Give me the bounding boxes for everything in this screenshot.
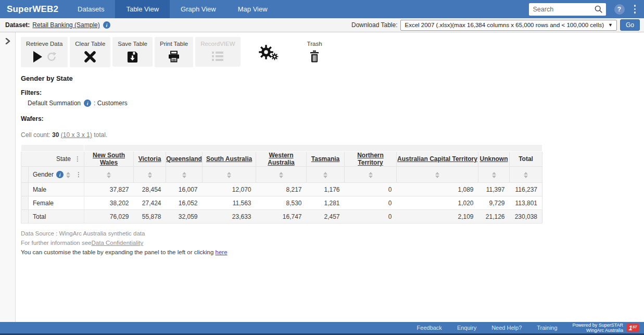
print-table-button[interactable]: Print Table bbox=[155, 37, 193, 67]
footer-link-enquiry[interactable]: Enquiry bbox=[457, 325, 476, 331]
trash-button[interactable]: Trash bbox=[302, 37, 327, 67]
column-header-south-australia[interactable]: South Australia bbox=[203, 152, 256, 167]
sort-arrows-icon[interactable] bbox=[369, 172, 373, 178]
sort-up-icon bbox=[227, 172, 231, 175]
column-header-tasmania[interactable]: Tasmania bbox=[307, 152, 345, 167]
sort-arrows-icon[interactable] bbox=[435, 172, 439, 178]
customise-note: You can customise the table by expanding… bbox=[21, 247, 644, 257]
column-header-label[interactable]: New South Wales bbox=[93, 152, 125, 166]
sort-up-icon bbox=[279, 172, 283, 175]
sort-arrows-icon[interactable] bbox=[148, 172, 152, 178]
state-label: State bbox=[56, 155, 71, 163]
search-box[interactable] bbox=[529, 3, 606, 16]
sort-up-icon bbox=[66, 172, 70, 175]
sort-up-icon bbox=[323, 172, 327, 175]
column-sort-cell-victoria[interactable] bbox=[134, 167, 166, 183]
column-header-label[interactable]: Western Australia bbox=[268, 152, 294, 166]
sort-down-icon bbox=[492, 176, 496, 178]
column-header-label[interactable]: South Australia bbox=[206, 155, 252, 163]
column-header-unknown[interactable]: Unknown bbox=[478, 152, 510, 167]
column-header-label[interactable]: Tasmania bbox=[311, 155, 339, 163]
column-header-label[interactable]: Queensland bbox=[166, 155, 202, 163]
value-cell: 16,007 bbox=[166, 183, 203, 196]
help-icon[interactable]: ? bbox=[614, 4, 625, 15]
state-menu-icon[interactable]: ⋮ bbox=[74, 155, 81, 163]
footer-link-need-help-[interactable]: Need Help? bbox=[491, 325, 522, 331]
cell-count-link[interactable]: (10 x 3 x 1) bbox=[61, 131, 92, 139]
bottom-bar: FeedbackEnquiryNeed Help?Training Powere… bbox=[0, 322, 644, 335]
column-sort-cell-total[interactable] bbox=[510, 167, 542, 183]
column-header-label[interactable]: Australian Capital Territory bbox=[397, 155, 477, 163]
sort-arrows-icon[interactable] bbox=[279, 172, 283, 178]
nav-item-graph-view[interactable]: Graph View bbox=[170, 0, 227, 18]
nav-item-map-view[interactable]: Map View bbox=[227, 0, 279, 18]
sort-arrows-icon[interactable] bbox=[107, 172, 111, 178]
clear-x-icon bbox=[84, 51, 96, 63]
column-field-strip bbox=[21, 145, 542, 152]
dataset-link[interactable]: Retail Banking (Sample) bbox=[32, 21, 99, 29]
menu-kebab-icon[interactable] bbox=[633, 4, 637, 15]
save-table-button[interactable]: Save Table bbox=[112, 37, 153, 67]
sort-down-icon bbox=[182, 176, 186, 178]
value-cell: 12,070 bbox=[203, 183, 256, 196]
expand-panel-chevron-icon[interactable] bbox=[5, 38, 10, 44]
nav-item-table-view[interactable]: Table View bbox=[115, 0, 170, 18]
column-header-label[interactable]: Unknown bbox=[480, 155, 508, 163]
column-sort-cell-south-australia[interactable] bbox=[203, 167, 256, 183]
column-sort-cell-queensland[interactable] bbox=[166, 167, 203, 183]
gender-info-icon[interactable]: i bbox=[56, 171, 64, 178]
column-header-queensland[interactable]: Queensland bbox=[166, 152, 203, 167]
column-header-northern-territory[interactable]: Northern Territory bbox=[345, 152, 397, 167]
sort-arrows-icon[interactable] bbox=[524, 172, 528, 178]
column-sort-cell-australian-capital-territory[interactable] bbox=[397, 167, 478, 183]
column-header-label[interactable]: Victoria bbox=[138, 155, 161, 163]
column-header-label[interactable]: Northern Territory bbox=[357, 152, 384, 166]
confidentiality-note: For further information seeData Confiden… bbox=[21, 238, 644, 247]
filters-label: Filters: bbox=[21, 89, 644, 96]
footer-links: FeedbackEnquiryNeed Help?Training bbox=[417, 325, 573, 331]
column-sort-cell-western-australia[interactable] bbox=[256, 167, 307, 183]
column-header-new-south-wales[interactable]: New South Wales bbox=[84, 152, 134, 167]
sort-down-icon bbox=[148, 176, 152, 178]
sort-arrows-icon[interactable] bbox=[323, 172, 327, 178]
download-format-select[interactable]: Excel 2007 (.xlsx)(max 16,384 columns x … bbox=[400, 20, 617, 31]
column-sort-cell-unknown[interactable] bbox=[478, 167, 510, 183]
retrieve-data-button[interactable]: Retrieve Data bbox=[21, 37, 68, 67]
value-cell: 32,059 bbox=[166, 210, 203, 224]
column-sort-cell-tasmania[interactable] bbox=[307, 167, 345, 183]
sort-up-icon bbox=[148, 172, 152, 175]
sort-down-icon bbox=[369, 176, 373, 178]
column-header-western-australia[interactable]: Western Australia bbox=[256, 152, 307, 167]
cell-count-line: Cell count: 30 (10 x 3 x 1) total. bbox=[21, 131, 644, 139]
go-button[interactable]: Go bbox=[620, 19, 640, 31]
column-header-australian-capital-territory[interactable]: Australian Capital Territory bbox=[397, 152, 478, 167]
clear-table-button[interactable]: Clear Table bbox=[70, 37, 110, 67]
play-icon bbox=[32, 51, 43, 63]
dataset-info-icon[interactable]: i bbox=[103, 21, 110, 29]
sort-up-icon bbox=[524, 172, 528, 175]
customise-here-link[interactable]: here bbox=[216, 249, 228, 255]
footer-link-training[interactable]: Training bbox=[537, 325, 557, 331]
superstar-1st-logo: 1ST bbox=[627, 324, 639, 332]
column-header-total[interactable]: Total bbox=[510, 152, 542, 167]
data-confidentiality-link[interactable]: Data Confidentiality bbox=[92, 240, 144, 246]
search-input[interactable] bbox=[533, 6, 594, 13]
sort-arrows-icon[interactable] bbox=[66, 172, 70, 178]
dataset-label: Dataset: bbox=[5, 21, 30, 29]
value-cell: 21,126 bbox=[478, 210, 510, 224]
sort-arrows-icon[interactable] bbox=[492, 172, 496, 178]
column-sort-cell-northern-territory[interactable] bbox=[345, 167, 397, 183]
table-notes: Data Source : WingArc Australia syntheti… bbox=[21, 229, 644, 257]
nav-item-datasets[interactable]: Datasets bbox=[67, 0, 115, 18]
gender-menu-icon[interactable]: ⋮ bbox=[75, 171, 82, 178]
sort-arrows-icon[interactable] bbox=[227, 172, 231, 178]
refresh-icon bbox=[46, 52, 57, 62]
search-icon[interactable] bbox=[594, 5, 603, 14]
filter-info-icon[interactable]: i bbox=[84, 100, 91, 107]
sort-arrows-icon[interactable] bbox=[182, 172, 186, 178]
cell-count-prefix: Cell count: bbox=[21, 131, 50, 139]
footer-link-feedback[interactable]: Feedback bbox=[417, 325, 442, 331]
table-options-button[interactable] bbox=[258, 37, 280, 62]
column-sort-cell-new-south-wales[interactable] bbox=[84, 167, 134, 183]
column-header-victoria[interactable]: Victoria bbox=[134, 152, 166, 167]
